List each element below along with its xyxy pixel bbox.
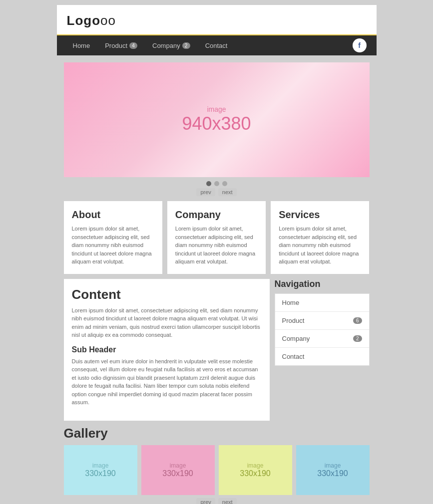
content-main-text: Lorem ipsum dolor sit amet, consectetuer… — [72, 306, 262, 339]
nav-product[interactable]: Product 4 — [99, 38, 143, 53]
gallery-next-button[interactable]: next — [218, 498, 237, 504]
gallery-section: Gallery image 330x190 image 330x190 imag… — [64, 426, 370, 504]
slider-nav: prev next — [196, 188, 236, 196]
nav-company[interactable]: Company 2 — [146, 38, 196, 53]
header: Logooo — [57, 5, 377, 35]
gallery-item-2-size: 330x190 — [162, 469, 193, 478]
gallery-item-1[interactable]: image 330x190 — [64, 445, 137, 495]
services-title: Services — [279, 209, 361, 221]
sidebar-company-label: Company — [282, 335, 310, 342]
company-card: Company Lorem ipsum dolor sit amet, cons… — [167, 201, 266, 274]
dot-2[interactable] — [214, 181, 219, 186]
gallery-item-4-size: 330x190 — [317, 469, 348, 478]
logo: Logooo — [67, 13, 367, 28]
gallery-controls: prev next — [64, 498, 370, 504]
nav-contact-label: Contact — [205, 42, 228, 49]
nav-bar: Home Product 4 Company 2 Contact f — [57, 35, 377, 55]
about-card: About Lorem ipsum dolor sit amet, consec… — [64, 201, 162, 274]
slider-controls: prev next — [57, 181, 377, 196]
nav-home[interactable]: Home — [67, 38, 96, 53]
content-sub-header: Sub Header — [72, 345, 262, 354]
prev-button[interactable]: prev — [196, 188, 215, 196]
sidebar-item-product[interactable]: Product 6 — [275, 312, 369, 330]
nav-product-badge: 4 — [129, 42, 137, 49]
nav-sidebar-title: Navigation — [275, 279, 370, 289]
content-sub-text: Duis autem vel eum iriure dolor in hendr… — [72, 357, 262, 407]
gallery-item-2[interactable]: image 330x190 — [141, 445, 215, 495]
about-text: Lorem ipsum dolor sit amet, consectetuer… — [72, 225, 154, 266]
hero-banner: image 940x380 — [64, 62, 370, 177]
facebook-button[interactable]: f — [353, 38, 367, 52]
nav-sidebar-items: Home Product 6 Company 2 Contact — [275, 293, 370, 366]
sidebar-product-label: Product — [282, 317, 305, 324]
sidebar-item-contact[interactable]: Contact — [275, 348, 369, 365]
gallery-title: Gallery — [64, 426, 370, 441]
nav-product-label: Product — [105, 42, 127, 49]
slider-dots — [206, 181, 227, 186]
gallery-item-2-label: image — [170, 462, 186, 469]
sidebar-product-badge: 6 — [353, 317, 362, 324]
services-text: Lorem ipsum dolor sit amet, consectetuer… — [279, 225, 361, 266]
gallery-item-3-label: image — [247, 462, 264, 469]
nav-contact[interactable]: Contact — [199, 38, 234, 53]
dot-3[interactable] — [222, 181, 227, 186]
sidebar-item-home[interactable]: Home — [275, 294, 369, 312]
nav-home-label: Home — [73, 42, 90, 49]
gallery-item-3-size: 330x190 — [240, 469, 270, 478]
dot-1[interactable] — [206, 181, 211, 186]
about-title: About — [72, 209, 154, 221]
nav-company-badge: 2 — [182, 42, 190, 49]
nav-items: Home Product 4 Company 2 Contact — [67, 38, 353, 53]
three-cols: About Lorem ipsum dolor sit amet, consec… — [64, 201, 370, 274]
hero-image-size: 940x380 — [182, 113, 251, 134]
gallery-item-3[interactable]: image 330x190 — [219, 445, 292, 495]
page-wrapper: Logooo Home Product 4 Company 2 Contact — [57, 5, 377, 504]
sidebar-home-label: Home — [282, 299, 300, 306]
gallery-item-1-label: image — [92, 462, 109, 469]
sidebar-contact-label: Contact — [282, 353, 305, 360]
sidebar-item-company[interactable]: Company 2 — [275, 330, 369, 348]
gallery-item-4-label: image — [325, 462, 341, 469]
gallery-item-1-size: 330x190 — [85, 469, 115, 478]
sidebar-company-badge: 2 — [353, 335, 362, 342]
content-area: Content Lorem ipsum dolor sit amet, cons… — [64, 279, 270, 421]
outer-wrapper: Logooo Home Product 4 Company 2 Contact — [0, 0, 433, 504]
gallery-items: image 330x190 image 330x190 image 330x19… — [64, 445, 370, 495]
nav-company-label: Company — [152, 42, 180, 49]
content-title: Content — [72, 287, 262, 302]
hero-image-label: image — [207, 105, 226, 113]
gallery-prev-button[interactable]: prev — [196, 498, 215, 504]
services-card: Services Lorem ipsum dolor sit amet, con… — [271, 201, 369, 274]
facebook-icon: f — [358, 41, 361, 49]
gallery-item-4[interactable]: image 330x190 — [296, 445, 370, 495]
company-text: Lorem ipsum dolor sit amet, consectetuer… — [175, 225, 258, 266]
content-nav-row: Content Lorem ipsum dolor sit amet, cons… — [64, 279, 370, 421]
company-title: Company — [175, 209, 258, 221]
next-button[interactable]: next — [218, 188, 237, 196]
nav-sidebar: Navigation Home Product 6 Company 2 Cont… — [275, 279, 370, 421]
